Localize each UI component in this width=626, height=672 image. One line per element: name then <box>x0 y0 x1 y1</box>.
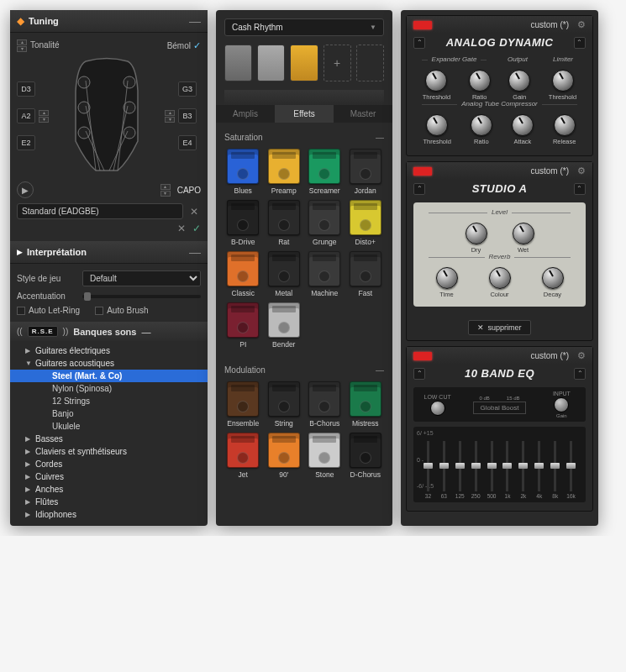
tree-item[interactable]: ▶Anches <box>10 483 208 496</box>
eq-band-slider[interactable] <box>522 441 524 491</box>
knob-threshold[interactable] <box>552 70 574 92</box>
fx-pedal-ensemble[interactable]: Ensemble <box>224 381 262 428</box>
power-led[interactable] <box>413 21 432 29</box>
fx-pedal-jordan[interactable]: Jordan <box>347 149 385 195</box>
bemol-toggle[interactable]: Bémol✓ <box>167 40 201 51</box>
fx-pedal-bender[interactable]: Bender <box>266 302 303 349</box>
knob-threshold[interactable] <box>426 114 448 136</box>
eq-band-slider[interactable] <box>491 441 493 491</box>
gear-icon[interactable]: ⚙ <box>577 165 586 176</box>
power-led[interactable] <box>413 352 432 360</box>
tree-item[interactable]: ▶Basses <box>10 433 208 445</box>
preset-confirm[interactable]: ✓ <box>192 223 201 234</box>
fx-pedal-screamer[interactable]: Screamer <box>306 149 344 195</box>
peg-e2[interactable]: E2 <box>17 135 35 150</box>
chevron-up-icon[interactable]: ⌃ <box>413 37 425 49</box>
eq-band-slider[interactable] <box>475 441 477 491</box>
tree-item[interactable]: ▶Idiophones <box>10 508 208 521</box>
knob-colour[interactable] <box>489 267 511 289</box>
eq-band-slider[interactable] <box>506 441 508 491</box>
fx-preset-select[interactable]: Cash Rhythm ▼ <box>224 18 384 36</box>
fx-chain-slot-1[interactable] <box>224 45 252 81</box>
fx-pedal-preamp[interactable]: Preamp <box>266 149 303 195</box>
capo-down[interactable]: ▾ <box>160 191 171 197</box>
gear-icon[interactable]: ⚙ <box>577 19 586 30</box>
fx-pedal-disto+[interactable]: Disto+ <box>347 200 385 246</box>
stepper-up[interactable]: ▴ <box>39 110 49 116</box>
knob-wet[interactable] <box>513 223 534 244</box>
preset-cancel[interactable]: ✕ <box>177 223 186 234</box>
knob-attack[interactable] <box>512 114 534 136</box>
knob-dry[interactable] <box>466 223 487 244</box>
fx-pedal-jet[interactable]: Jet <box>224 433 262 479</box>
play-button[interactable]: ▶ <box>17 181 34 198</box>
auto-letring-checkbox[interactable]: Auto Let-Ring <box>17 306 80 315</box>
collapse-icon[interactable]: — <box>189 14 201 28</box>
tree-item[interactable]: ▶Flûtes <box>10 496 208 508</box>
tab-master[interactable]: Master <box>334 105 392 123</box>
fx-pedal-string[interactable]: String <box>266 381 303 428</box>
fx-pedal-blues[interactable]: Blues <box>224 149 262 195</box>
fx-pedal-90'[interactable]: 90' <box>266 433 303 479</box>
fx-pedal-rat[interactable]: Rat <box>266 200 303 246</box>
fx-chain-slot-3[interactable] <box>290 45 318 81</box>
eq-band-slider[interactable] <box>570 441 572 491</box>
peg-g3[interactable]: G3 <box>178 81 197 97</box>
knob-lowcut[interactable] <box>430 401 445 416</box>
fx-pedal-b-chorus[interactable]: B-Chorus <box>306 381 344 428</box>
fx-pedal-machine[interactable]: Machine <box>306 251 344 297</box>
tab-effets[interactable]: Effets <box>275 105 334 123</box>
tree-item[interactable]: Steel (Mart. & Co) <box>10 370 208 382</box>
collapse-icon[interactable]: — <box>376 133 384 142</box>
tree-item[interactable]: 12 Strings <box>10 395 208 407</box>
style-select[interactable]: Default <box>82 270 201 286</box>
soundbanks-header[interactable]: (( R.S.E )) Banques sons — <box>10 322 208 341</box>
fx-pedal-pi[interactable]: PI <box>224 302 262 349</box>
tree-item[interactable]: ▶Claviers et synthétiseurs <box>10 445 208 458</box>
knob-time[interactable] <box>436 267 458 289</box>
auto-brush-checkbox[interactable]: Auto Brush <box>95 306 148 315</box>
tonalite-up[interactable]: ▴ <box>17 39 27 45</box>
peg-e4[interactable]: E4 <box>178 135 197 150</box>
eq-band-slider[interactable] <box>554 441 556 491</box>
chevron-up-icon[interactable]: ⌃ <box>574 37 586 49</box>
eq-band-slider[interactable] <box>443 441 445 491</box>
fx-pedal-classic[interactable]: Classic <box>224 251 262 297</box>
stepper-up[interactable]: ▴ <box>165 110 175 116</box>
tuning-preset-select[interactable]: Standard (EADGBE) <box>17 203 183 219</box>
fx-chain-add[interactable]: + <box>324 45 351 81</box>
interpretation-header[interactable]: ▶ Interprétation — <box>10 241 208 264</box>
tonalite-down[interactable]: ▾ <box>17 46 27 52</box>
chevron-up-icon[interactable]: ⌃ <box>574 183 586 195</box>
peg-a2[interactable]: A2 <box>17 108 35 123</box>
remove-button[interactable]: ✕supprimer <box>468 320 530 335</box>
fx-pedal-mistress[interactable]: Mistress <box>347 381 385 428</box>
fx-pedal-grunge[interactable]: Grunge <box>306 200 344 246</box>
eq-band-slider[interactable] <box>459 441 461 491</box>
chevron-up-icon[interactable]: ⌃ <box>413 183 425 195</box>
tree-item[interactable]: ▶Guitares électriques <box>10 344 208 357</box>
knob-input-gain[interactable] <box>554 397 569 412</box>
power-led[interactable] <box>413 167 432 176</box>
accent-slider[interactable] <box>82 295 201 298</box>
chevron-up-icon[interactable]: ⌃ <box>413 368 425 380</box>
tree-item[interactable]: ▼Guitares acoustiques <box>10 357 208 370</box>
fx-pedal-d-chorus[interactable]: D-Chorus <box>347 433 385 479</box>
fx-chain-slot-2[interactable] <box>257 45 285 81</box>
fx-pedal-b-drive[interactable]: B-Drive <box>224 200 262 246</box>
eq-band-slider[interactable] <box>538 441 540 491</box>
tree-item[interactable]: Banjo <box>10 407 208 420</box>
chevron-up-icon[interactable]: ⌃ <box>574 368 586 380</box>
fx-chain-empty[interactable] <box>356 45 384 81</box>
tuning-section-header[interactable]: ◆ Tuning — <box>10 10 208 33</box>
tree-item[interactable]: Ukulele <box>10 420 208 433</box>
gear-icon[interactable]: ⚙ <box>577 350 586 361</box>
fx-pedal-metal[interactable]: Metal <box>266 251 303 297</box>
collapse-icon[interactable]: — <box>376 365 384 375</box>
knob-release[interactable] <box>554 114 576 136</box>
fx-pedal-stone[interactable]: Stone <box>306 433 344 479</box>
capo-up[interactable]: ▴ <box>160 184 171 190</box>
peg-b3[interactable]: B3 <box>178 108 197 123</box>
collapse-icon[interactable]: — <box>141 327 150 337</box>
tab-amplis[interactable]: Amplis <box>216 105 275 123</box>
